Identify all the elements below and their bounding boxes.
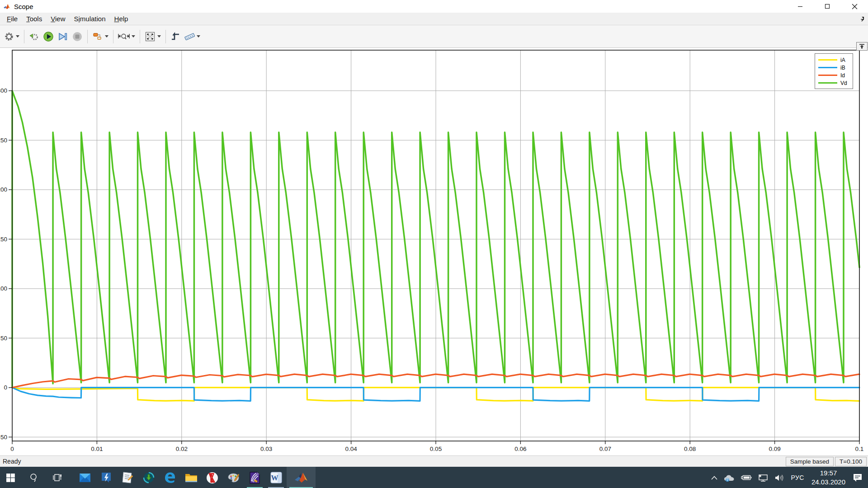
svg-text:50: 50 bbox=[0, 335, 7, 342]
fit-view-icon bbox=[145, 31, 156, 42]
svg-text:W: W bbox=[271, 474, 278, 482]
highlight-simulink-block-button[interactable] bbox=[90, 28, 110, 45]
mail-icon bbox=[79, 472, 91, 483]
edge-icon bbox=[164, 472, 176, 483]
settings-button[interactable] bbox=[2, 28, 21, 45]
tray-network-icon[interactable] bbox=[758, 474, 768, 482]
measurements-button[interactable] bbox=[182, 28, 202, 45]
taskbar-app-word[interactable]: W bbox=[265, 467, 287, 488]
taskbar-app-quill-doc[interactable] bbox=[244, 467, 265, 488]
simulink-snapshot-button[interactable] bbox=[27, 28, 41, 45]
svg-text:-50: -50 bbox=[0, 434, 7, 441]
circuit-app-icon bbox=[100, 472, 112, 483]
taskbar-app-matlab[interactable] bbox=[287, 467, 316, 488]
zoom-button[interactable] bbox=[116, 28, 137, 45]
step-forward-button[interactable] bbox=[56, 28, 70, 45]
legend-swatch bbox=[818, 67, 837, 68]
svg-text:0.05: 0.05 bbox=[430, 446, 442, 452]
axis-labels: 00.010.020.030.040.050.060.070.080.090.1… bbox=[0, 87, 863, 452]
stop-icon bbox=[72, 31, 83, 42]
taskbar-app-circuit[interactable] bbox=[95, 467, 117, 488]
legend[interactable]: iAiBIdVd bbox=[815, 53, 853, 89]
legend-swatch bbox=[818, 82, 837, 84]
dropdown-caret bbox=[132, 35, 135, 38]
legend-label: iA bbox=[840, 57, 845, 63]
taskbar-clock[interactable]: 19:57 24.03.2020 bbox=[811, 469, 845, 487]
svg-text:0: 0 bbox=[10, 446, 14, 452]
search-icon bbox=[29, 473, 39, 483]
matlab-taskbar-icon bbox=[294, 472, 308, 484]
svg-text:0.03: 0.03 bbox=[260, 446, 272, 452]
close-button[interactable] bbox=[841, 0, 868, 13]
tray-onedrive-icon[interactable] bbox=[724, 474, 735, 482]
menu-help[interactable]: Help bbox=[110, 14, 133, 24]
statusbar: Ready Sample based T=0.100 bbox=[0, 455, 868, 467]
system-tray: РУС 19:57 24.03.2020 bbox=[708, 467, 868, 488]
legend-swatch bbox=[818, 75, 837, 76]
fit-to-view-button[interactable] bbox=[143, 28, 163, 45]
clock-time: 19:57 bbox=[811, 469, 845, 478]
start-button[interactable] bbox=[0, 467, 21, 488]
legend-entry-Vd: Vd bbox=[818, 79, 853, 87]
window-title: Scope bbox=[14, 3, 33, 10]
taskbar: W bbox=[0, 467, 868, 488]
svg-text:0.02: 0.02 bbox=[176, 446, 188, 452]
zoom-x-icon bbox=[118, 32, 130, 41]
task-view-button[interactable] bbox=[47, 467, 68, 488]
notification-center-icon[interactable] bbox=[853, 473, 863, 483]
task-view-icon bbox=[53, 473, 62, 482]
clock-date: 24.03.2020 bbox=[811, 478, 845, 487]
titlebar: Scope bbox=[0, 0, 868, 13]
taskbar-app-file-explorer[interactable] bbox=[180, 467, 202, 488]
stop-button[interactable] bbox=[70, 28, 85, 45]
svg-text:0.09: 0.09 bbox=[769, 446, 780, 452]
download-manager-icon bbox=[143, 472, 155, 483]
matlab-logo-icon bbox=[3, 3, 11, 10]
undock-button[interactable] bbox=[856, 42, 868, 51]
run-button[interactable] bbox=[41, 28, 56, 45]
svg-text:0.06: 0.06 bbox=[514, 446, 526, 452]
search-button[interactable] bbox=[21, 467, 47, 488]
svg-text:0.08: 0.08 bbox=[684, 446, 696, 452]
legend-entry-iB: iB bbox=[818, 64, 853, 71]
trigger-button[interactable] bbox=[169, 28, 182, 45]
tray-battery-icon[interactable] bbox=[741, 474, 752, 481]
dropdown-caret bbox=[157, 35, 161, 38]
legend-label: Vd bbox=[840, 80, 847, 86]
tray-chevron-up-icon[interactable] bbox=[711, 476, 717, 480]
legend-entry-iA: iA bbox=[818, 56, 853, 64]
taskbar-app-gimp[interactable] bbox=[223, 467, 244, 488]
status-ready: Ready bbox=[3, 458, 21, 465]
minimize-button[interactable] bbox=[787, 0, 814, 13]
maximize-button[interactable] bbox=[814, 0, 841, 13]
dropdown-caret bbox=[105, 35, 108, 38]
taskbar-app-mail[interactable] bbox=[74, 467, 95, 488]
menu-overflow-icon[interactable] bbox=[860, 15, 865, 23]
quill-doc-icon bbox=[249, 472, 260, 484]
tray-volume-icon[interactable] bbox=[774, 474, 784, 482]
dock-arrow-icon bbox=[859, 44, 865, 49]
language-indicator[interactable]: РУС bbox=[791, 474, 804, 481]
yandex-browser-icon bbox=[206, 472, 218, 484]
windows-logo-icon bbox=[6, 474, 15, 482]
scope-plot[interactable]: 00.010.020.030.040.050.060.070.080.090.1… bbox=[0, 48, 868, 455]
toolbar bbox=[0, 25, 868, 48]
folder-icon bbox=[185, 472, 198, 483]
svg-text:0: 0 bbox=[4, 384, 7, 391]
menu-file[interactable]: File bbox=[3, 14, 22, 24]
dropdown-caret bbox=[16, 35, 19, 38]
taskbar-app-downloader[interactable] bbox=[138, 467, 159, 488]
gridlines bbox=[12, 50, 859, 441]
legend-label: Id bbox=[840, 72, 845, 79]
taskbar-app-edge[interactable] bbox=[159, 467, 180, 488]
status-sim-time: T=0.100 bbox=[835, 457, 867, 466]
menu-simulation[interactable]: Simulation bbox=[70, 14, 110, 24]
ruler-icon bbox=[184, 32, 195, 42]
svg-text:0.04: 0.04 bbox=[345, 446, 357, 452]
taskbar-app-notepad[interactable] bbox=[117, 467, 138, 488]
step-forward-icon bbox=[57, 31, 68, 42]
scope-window: Scope FileToolsViewSimulationHelp bbox=[0, 0, 868, 488]
taskbar-app-yandex[interactable] bbox=[202, 467, 223, 488]
menu-tools[interactable]: Tools bbox=[22, 14, 47, 24]
menu-view[interactable]: View bbox=[47, 14, 70, 24]
